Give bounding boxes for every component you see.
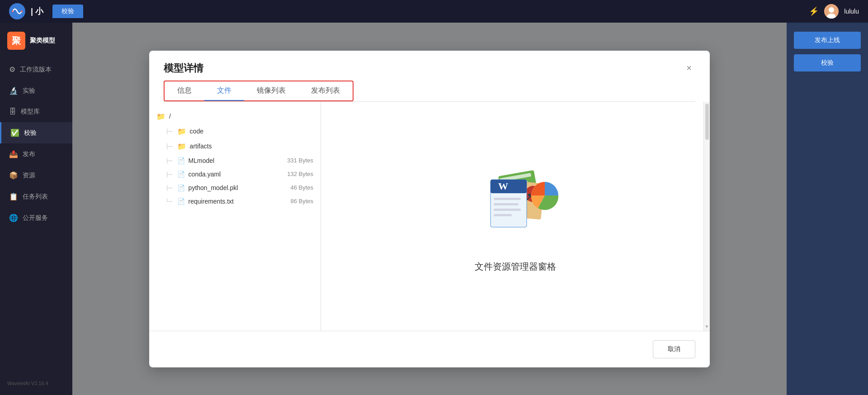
content-area: 模型详情 × 信息 文件 镜像列表 发布列表	[72, 23, 787, 395]
file-tree-artifacts-label: artifacts	[190, 143, 212, 150]
experiment-icon: 🔬	[9, 86, 18, 95]
modal-header: 模型详情 ×	[149, 51, 710, 75]
file-tree-code[interactable]: ├─ 📁 code	[149, 124, 321, 139]
mlmodel-file-icon: 📄	[177, 157, 185, 164]
sidebar-item-experiment[interactable]: 🔬 实验	[0, 80, 72, 101]
requirements-size: 86 Bytes	[290, 198, 313, 205]
publish-online-button[interactable]: 发布上线	[794, 32, 861, 49]
sidebar-item-model-library-label: 模型库	[21, 108, 40, 116]
tab-publish-list[interactable]: 发布列表	[298, 81, 353, 101]
sidebar-item-publish[interactable]: 📤 发布	[0, 143, 72, 165]
svg-point-2	[21, 10, 23, 12]
file-tree-panel: 📁 / ├─ 📁 code ├─ 📁	[149, 102, 321, 331]
cancel-button[interactable]: 取消	[653, 340, 695, 358]
svg-point-4	[829, 7, 834, 13]
avatar	[824, 4, 839, 19]
sidebar-item-experiment-label: 实验	[23, 87, 35, 95]
file-illustration-svg: W	[466, 159, 565, 250]
sidebar-item-model-library[interactable]: 🗄 模型库	[0, 101, 72, 122]
modal-close-button[interactable]: ×	[683, 62, 695, 75]
illustration-text: 文件资源管理器窗格	[475, 261, 556, 273]
requirements-file-icon: 📄	[177, 198, 185, 205]
workflow-icon: ⚙	[9, 65, 15, 74]
python-model-file-icon: 📄	[177, 184, 185, 191]
connector-python-model: ├─	[165, 185, 173, 190]
sidebar-item-public-service-label: 公开服务	[23, 214, 48, 222]
sidebar-item-task-list-label: 任务列表	[23, 193, 48, 201]
scrollbar-down-arrow[interactable]: ▼	[705, 324, 709, 329]
app-logo-icon	[9, 3, 25, 19]
modal-scrollbar-thumb[interactable]	[705, 104, 709, 140]
tab-info[interactable]: 信息	[165, 81, 204, 101]
tab-files[interactable]: 文件	[204, 81, 244, 101]
top-bar-left: | 小 校验	[9, 3, 83, 19]
tab-image-list[interactable]: 镜像列表	[244, 81, 298, 101]
artifacts-folder-icon: 📁	[177, 142, 186, 151]
file-tree-mlmodel[interactable]: ├─ 📄 MLmodel 331 Bytes	[149, 154, 321, 167]
svg-rect-20	[494, 198, 521, 200]
svg-text:W: W	[498, 181, 508, 192]
modal-body: 📁 / ├─ 📁 code ├─ 📁	[149, 102, 710, 331]
modal-overlay: 模型详情 × 信息 文件 镜像列表 发布列表	[72, 23, 787, 395]
sidebar-logo-icon: 聚	[7, 32, 25, 50]
public-service-icon: 🌐	[9, 214, 18, 222]
file-tree-requirements[interactable]: └─ 📄 requirements.txt 86 Bytes	[149, 195, 321, 208]
top-bar-right: ⚡ lululu	[809, 4, 859, 19]
illustration-area: W	[466, 159, 565, 273]
sidebar-item-publish-label: 发布	[23, 150, 35, 158]
modal-title: 模型详情	[164, 62, 203, 75]
connector-code: ├─	[165, 128, 173, 134]
top-bar: | 小 校验 ⚡ lululu	[0, 0, 868, 23]
svg-rect-18	[491, 180, 527, 193]
python-model-size: 46 Bytes	[290, 184, 313, 191]
app-name: | 小	[31, 6, 43, 17]
sidebar-logo-area: 聚 聚类模型	[0, 27, 72, 59]
mlmodel-size: 331 Bytes	[287, 157, 313, 164]
notification-icon[interactable]: ⚡	[809, 6, 819, 16]
root-folder-icon: 📁	[156, 112, 165, 121]
svg-text:聚: 聚	[12, 36, 21, 46]
username: lululu	[844, 8, 859, 15]
task-list-icon: 📋	[9, 192, 18, 201]
right-content-panel: W	[321, 102, 710, 331]
modal: 模型详情 × 信息 文件 镜像列表 发布列表	[149, 51, 710, 367]
file-tree-artifacts[interactable]: ├─ 📁 artifacts	[149, 139, 321, 154]
file-tree-requirements-label: requirements.txt	[189, 198, 234, 205]
sidebar-item-resources-label: 资源	[23, 171, 35, 180]
conda-file-icon: 📄	[177, 171, 185, 178]
connector-mlmodel: ├─	[165, 158, 173, 163]
svg-rect-21	[494, 203, 519, 205]
publish-icon: 📤	[9, 150, 18, 158]
sidebar-item-validation-label: 校验	[24, 129, 37, 137]
version-text: WaveletAI V2.16.4	[0, 376, 72, 390]
top-tab[interactable]: 校验	[52, 5, 83, 18]
sidebar-item-workflow-label: 工作流版本	[20, 66, 52, 74]
svg-rect-23	[494, 214, 512, 216]
file-tree-python-model[interactable]: ├─ 📄 python_model.pkl 46 Bytes	[149, 181, 321, 195]
code-folder-icon: 📁	[177, 127, 186, 136]
file-tree-code-label: code	[190, 128, 203, 135]
sidebar-item-task-list[interactable]: 📋 任务列表	[0, 186, 72, 207]
sidebar-item-public-service[interactable]: 🌐 公开服务	[0, 207, 72, 228]
sidebar-item-workflow[interactable]: ⚙ 工作流版本	[0, 59, 72, 80]
connector-requirements: └─	[165, 199, 173, 204]
svg-rect-22	[494, 209, 521, 211]
file-tree-root[interactable]: 📁 /	[149, 109, 321, 124]
connector-artifacts: ├─	[165, 143, 173, 149]
conda-size: 132 Bytes	[287, 171, 313, 177]
connector-conda: ├─	[165, 171, 173, 177]
main-layout: 聚 聚类模型 ⚙ 工作流版本 🔬 实验 🗄 模型库 ✅ 校验 📤 发布 📦 资源	[0, 23, 868, 395]
modal-footer: 取消	[149, 331, 710, 367]
right-panel: 发布上线 校验	[787, 23, 868, 395]
file-tree-mlmodel-label: MLmodel	[189, 157, 215, 164]
sidebar-item-resources[interactable]: 📦 资源	[0, 165, 72, 186]
file-tree-python-model-label: python_model.pkl	[189, 184, 238, 191]
modal-scrollbar[interactable]: ▼	[703, 102, 710, 331]
svg-point-1	[12, 10, 14, 12]
sidebar-title: 聚类模型	[30, 37, 55, 45]
file-tree-conda-yaml[interactable]: ├─ 📄 conda.yaml 132 Bytes	[149, 167, 321, 181]
sidebar-item-validation[interactable]: ✅ 校验	[0, 122, 72, 143]
model-library-icon: 🗄	[9, 108, 16, 116]
file-tree-conda-label: conda.yaml	[189, 171, 221, 178]
validation-button[interactable]: 校验	[794, 54, 861, 71]
